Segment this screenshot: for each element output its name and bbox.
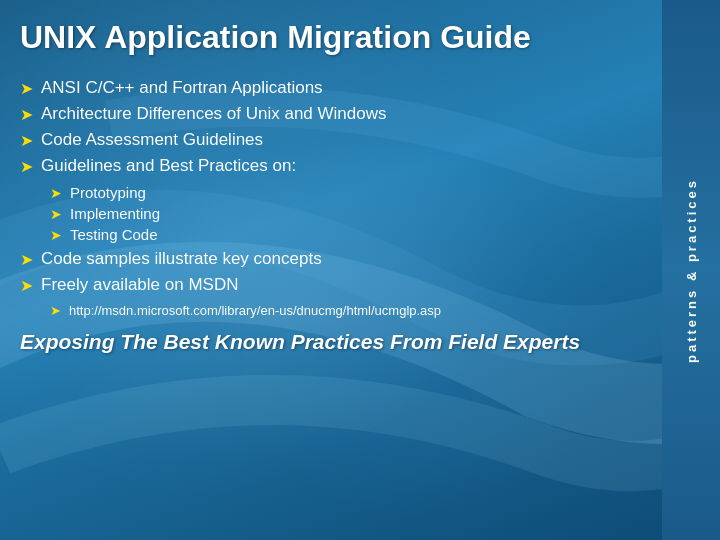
arrow-icon-1: ➤: [20, 79, 33, 98]
sub-item-prototyping-text: Prototyping: [70, 184, 146, 201]
arrow-icon-2: ➤: [20, 105, 33, 124]
tagline: Exposing The Best Known Practices From F…: [20, 330, 642, 354]
list-item-msdn-text: Freely available on MSDN: [41, 275, 238, 295]
url-text: http://msdn.microsoft.com/library/en-us/…: [69, 303, 441, 318]
list-item-code-assess-text: Code Assessment Guidelines: [41, 130, 263, 150]
right-banner: patterns & practices: [662, 0, 720, 540]
list-item-arch-text: Architecture Differences of Unix and Win…: [41, 104, 387, 124]
bottom-bullet-list: ➤ Code samples illustrate key concepts ➤…: [20, 249, 642, 295]
sub-item-implementing: ➤ Implementing: [50, 205, 642, 222]
arrow-icon-sub-3: ➤: [50, 227, 62, 243]
sub-item-prototyping: ➤ Prototyping: [50, 184, 642, 201]
arrow-icon-4: ➤: [20, 157, 33, 176]
background: patterns & practices UNIX Application Mi…: [0, 0, 720, 540]
list-item-code-assess: ➤ Code Assessment Guidelines: [20, 130, 642, 150]
main-bullet-list: ➤ ANSI C/C++ and Fortran Applications ➤ …: [20, 78, 642, 176]
list-item-guidelines-text: Guidelines and Best Practices on:: [41, 156, 296, 176]
sub-item-testing-code-text: Testing Code: [70, 226, 158, 243]
arrow-icon-5: ➤: [20, 250, 33, 269]
main-content: UNIX Application Migration Guide ➤ ANSI …: [0, 0, 662, 540]
list-item-arch: ➤ Architecture Differences of Unix and W…: [20, 104, 642, 124]
url-item: ➤ http://msdn.microsoft.com/library/en-u…: [50, 303, 642, 318]
sub-item-testing-code: ➤ Testing Code: [50, 226, 642, 243]
sub-bullet-list: ➤ Prototyping ➤ Implementing ➤ Testing C…: [50, 184, 642, 243]
arrow-icon-url: ➤: [50, 303, 61, 318]
sub-item-implementing-text: Implementing: [70, 205, 160, 222]
list-item-ansi: ➤ ANSI C/C++ and Fortran Applications: [20, 78, 642, 98]
page-title: UNIX Application Migration Guide: [20, 18, 642, 56]
arrow-icon-sub-1: ➤: [50, 185, 62, 201]
list-item-ansi-text: ANSI C/C++ and Fortran Applications: [41, 78, 323, 98]
list-item-samples-text: Code samples illustrate key concepts: [41, 249, 322, 269]
right-banner-text: patterns & practices: [684, 178, 699, 363]
arrow-icon-sub-2: ➤: [50, 206, 62, 222]
arrow-icon-3: ➤: [20, 131, 33, 150]
arrow-icon-6: ➤: [20, 276, 33, 295]
list-item-guidelines: ➤ Guidelines and Best Practices on:: [20, 156, 642, 176]
list-item-msdn: ➤ Freely available on MSDN: [20, 275, 642, 295]
list-item-samples: ➤ Code samples illustrate key concepts: [20, 249, 642, 269]
